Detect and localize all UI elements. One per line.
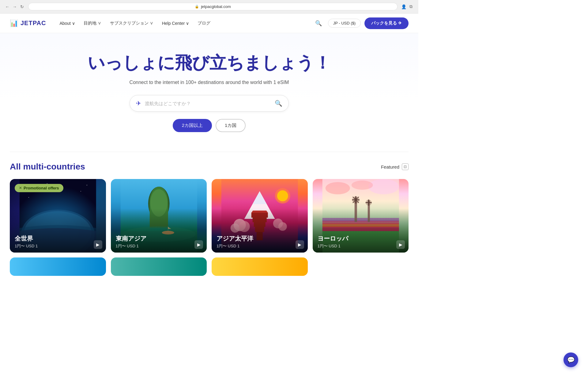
back-button[interactable]: ← (5, 4, 10, 9)
nav-blog-label: ブログ (198, 21, 210, 26)
card-europe-arrow[interactable]: ▶ (396, 240, 405, 249)
nav-subscription-label: サブスクリプション ∨ (110, 21, 153, 26)
navbar: 📊 JETPAC About ∨ 目的地 ∨ サブスクリプション ∨ Help … (0, 13, 418, 33)
card-world[interactable]: ✕ Promotional offers 全世界 1円〜 USD 1 ▶ (10, 179, 106, 253)
card-sea-title: 東南アジア (116, 234, 202, 243)
promo-badge: ✕ Promotional offers (15, 184, 63, 192)
nav-about[interactable]: About ∨ (56, 18, 78, 28)
card-japan[interactable]: アジア太平洋 1円〜 USD 1 ▶ (212, 179, 308, 253)
featured-label: Featured (381, 164, 399, 169)
tab-multi-country[interactable]: 2カ国以上 (173, 119, 212, 132)
card-sea-content: 東南アジア 1円〜 USD 1 (116, 234, 202, 249)
products-header: All multi-countries Featured ⊡ (10, 162, 409, 172)
card-europe[interactable]: ヨーロッパ 1円〜 USD 1 ▶ (313, 179, 409, 253)
card-partial-2[interactable] (111, 257, 207, 276)
card-sea-arrow[interactable]: ▶ (194, 240, 203, 249)
plane-icon: ✈ (136, 100, 141, 107)
refresh-button[interactable]: ↻ (20, 4, 24, 9)
browser-nav-controls: ← → ↻ (5, 4, 24, 9)
card-world-title: 全世界 (15, 234, 101, 243)
featured-filter[interactable]: Featured ⊡ (381, 163, 409, 170)
split-view-button[interactable]: ⧉ (409, 4, 413, 9)
card-world-arrow[interactable]: ▶ (94, 240, 102, 249)
products-section: All multi-countries Featured ⊡ (0, 152, 418, 276)
search-button[interactable]: 🔍 (313, 17, 324, 29)
filter-icon: ⊡ (402, 163, 409, 170)
card-europe-price: 1円〜 USD 1 (318, 243, 404, 249)
card-sea[interactable]: 東南アジア 1円〜 USD 1 ▶ (111, 179, 207, 253)
svg-point-8 (87, 185, 87, 185)
nav-about-label: About ∨ (59, 21, 75, 26)
nav-subscription[interactable]: サブスクリプション ∨ (106, 18, 157, 29)
browser-actions: 👤 ⧉ (401, 4, 413, 9)
cards-partial-row (10, 257, 409, 276)
products-title: All multi-countries (10, 162, 85, 172)
hero-title: いっしょに飛び立ちましょう！ (10, 51, 409, 75)
card-japan-arrow[interactable]: ▶ (296, 240, 304, 249)
tab-buttons: 2カ国以上 1カ国 (10, 119, 409, 132)
nav-blog[interactable]: ブログ (194, 18, 214, 29)
card-world-price: 1円〜 USD 1 (15, 243, 101, 249)
promo-text: Promotional offers (24, 186, 59, 190)
card-partial-3[interactable] (212, 257, 308, 276)
svg-point-57 (351, 181, 373, 190)
logo[interactable]: 📊 JETPAC (10, 19, 46, 27)
browser-chrome: ← → ↻ 🔒 jetpacglobal.com 👤 ⧉ (0, 0, 418, 13)
cards-grid: ✕ Promotional offers 全世界 1円〜 USD 1 ▶ (10, 179, 409, 253)
card-sea-price: 1円〜 USD 1 (116, 243, 202, 249)
nav-right: 🔍 JP - USD ($) パックを見る ✈ (313, 17, 409, 29)
card-europe-content: ヨーロッパ 1円〜 USD 1 (318, 234, 404, 249)
card-world-content: 全世界 1円〜 USD 1 (15, 234, 101, 249)
nav-destinations[interactable]: 目的地 ∨ (80, 18, 105, 29)
promo-close-icon[interactable]: ✕ (19, 186, 22, 190)
tab-single-country[interactable]: 1カ国 (216, 119, 246, 132)
url-text: jetpacglobal.com (201, 4, 231, 9)
card-japan-content: アジア太平洋 1円〜 USD 1 (217, 234, 303, 249)
card-partial-empty (313, 257, 409, 276)
svg-point-55 (325, 182, 350, 194)
search-input[interactable] (145, 101, 275, 106)
card-japan-title: アジア太平洋 (217, 234, 303, 243)
nav-help-label: Help Center ∨ (162, 21, 189, 26)
svg-point-38 (277, 190, 288, 201)
logo-icon: 📊 (10, 19, 18, 27)
nav-links: About ∨ 目的地 ∨ サブスクリプション ∨ Help Center ∨ … (56, 18, 312, 29)
cta-button[interactable]: パックを見る ✈ (364, 17, 409, 29)
address-bar[interactable]: 🔒 jetpacglobal.com (28, 3, 398, 10)
nav-help[interactable]: Help Center ∨ (158, 18, 193, 28)
nav-destinations-label: 目的地 ∨ (84, 21, 101, 26)
search-bar: ✈ 🔍 (130, 95, 289, 112)
search-submit-button[interactable]: 🔍 (275, 100, 282, 107)
svg-point-6 (81, 191, 81, 192)
card-partial-1[interactable] (10, 257, 106, 276)
card-japan-price: 1円〜 USD 1 (217, 243, 303, 249)
forward-button[interactable]: → (12, 4, 17, 9)
language-selector[interactable]: JP - USD ($) (328, 19, 361, 28)
profile-button[interactable]: 👤 (401, 4, 406, 9)
svg-point-56 (368, 179, 399, 194)
lock-icon: 🔒 (195, 5, 199, 9)
svg-point-7 (28, 197, 29, 198)
card-europe-title: ヨーロッパ (318, 234, 404, 243)
logo-text: JETPAC (21, 20, 46, 27)
hero-section: いっしょに飛び立ちましょう！ Connect to the internet i… (0, 33, 418, 144)
hero-subtitle: Connect to the internet in 100+ destinat… (10, 80, 409, 85)
